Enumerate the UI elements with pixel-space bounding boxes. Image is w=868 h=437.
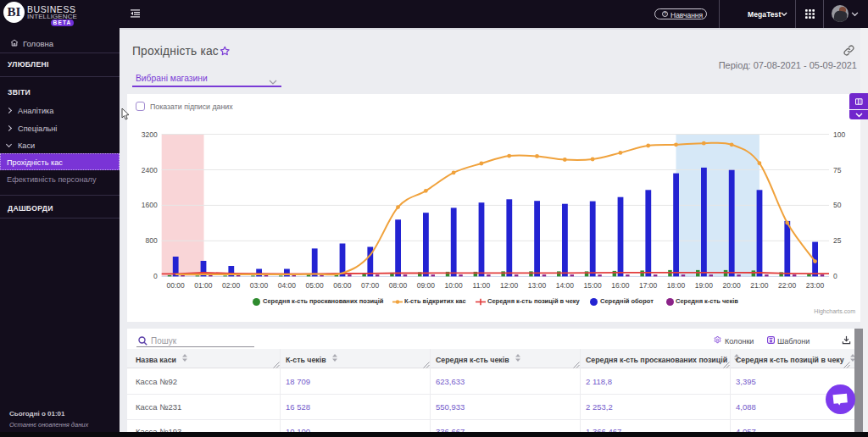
svg-text:09:00: 09:00	[417, 281, 436, 290]
svg-text:19:00: 19:00	[695, 281, 714, 290]
svg-text:50: 50	[833, 201, 842, 209]
svg-text:11:00: 11:00	[473, 281, 491, 290]
svg-text:1600: 1600	[142, 201, 158, 209]
svg-text:21:00: 21:00	[750, 281, 769, 290]
svg-text:04:00: 04:00	[278, 281, 297, 290]
svg-text:800: 800	[146, 236, 158, 245]
svg-text:20:00: 20:00	[722, 281, 741, 290]
svg-text:12:00: 12:00	[500, 281, 519, 290]
svg-text:03:00: 03:00	[250, 281, 269, 290]
svg-text:01:00: 01:00	[194, 281, 213, 290]
svg-text:07:00: 07:00	[361, 281, 380, 290]
svg-text:18:00: 18:00	[667, 281, 686, 290]
svg-text:00:00: 00:00	[166, 281, 185, 290]
svg-text:16:00: 16:00	[611, 281, 630, 290]
svg-text:23:00: 23:00	[806, 281, 825, 290]
svg-text:06:00: 06:00	[333, 281, 352, 290]
svg-text:15:00: 15:00	[583, 281, 602, 290]
svg-text:13:00: 13:00	[528, 281, 547, 290]
svg-text:25: 25	[833, 236, 842, 245]
svg-text:75: 75	[833, 166, 842, 174]
svg-text:?: ?	[664, 12, 666, 16]
svg-text:2400: 2400	[142, 166, 158, 174]
svg-text:17:00: 17:00	[639, 281, 658, 290]
svg-text:05:00: 05:00	[305, 281, 324, 290]
svg-text:100: 100	[833, 130, 845, 139]
svg-text:14:00: 14:00	[556, 281, 575, 290]
svg-text:02:00: 02:00	[222, 281, 241, 290]
svg-text:3200: 3200	[142, 130, 158, 139]
svg-text:08:00: 08:00	[389, 281, 408, 290]
svg-text:10:00: 10:00	[444, 281, 463, 290]
svg-text:0: 0	[833, 272, 837, 280]
svg-text:0: 0	[153, 272, 158, 280]
svg-text:22:00: 22:00	[778, 281, 797, 290]
